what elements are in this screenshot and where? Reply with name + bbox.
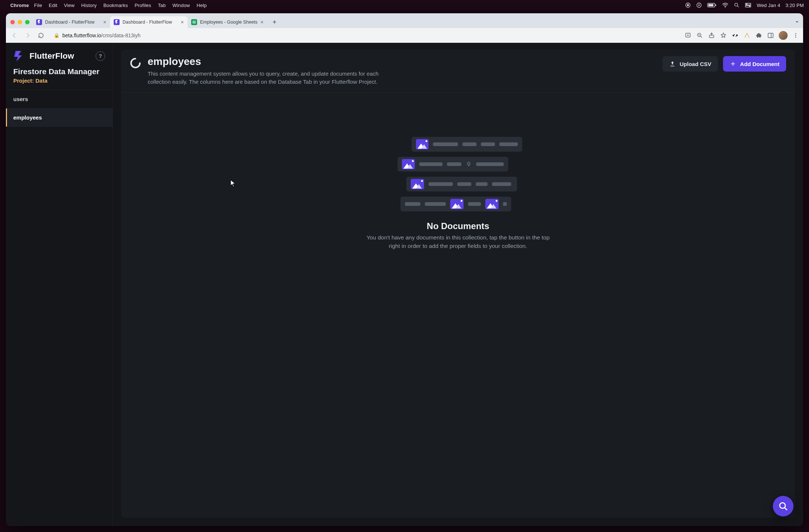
- svg-point-11: [749, 6, 750, 7]
- svg-point-9: [746, 3, 747, 4]
- sidebar: FlutterFlow ? Firestore Data Manager Pro…: [6, 43, 113, 526]
- empty-state-illustration: [403, 137, 513, 211]
- install-app-icon[interactable]: [684, 32, 692, 39]
- illustration-row: [412, 137, 522, 152]
- collection-description: This content management system allows yo…: [148, 70, 384, 86]
- url-host: beta.flutterflow.io: [62, 32, 101, 38]
- tab-close-icon[interactable]: ×: [103, 19, 106, 25]
- lock-icon: 🔒: [54, 33, 59, 38]
- main-panel-wrapper: employees This content management system…: [113, 43, 803, 526]
- add-document-button[interactable]: Add Document: [723, 56, 786, 72]
- zoom-icon[interactable]: [696, 32, 703, 39]
- url-field[interactable]: 🔒 beta.flutterflow.io/cms/data-813iyh: [49, 30, 681, 41]
- spotlight-icon[interactable]: [734, 2, 740, 8]
- svg-point-21: [131, 59, 140, 68]
- browser-tab[interactable]: Employees - Google Sheets ×: [187, 16, 267, 28]
- svg-point-20: [795, 37, 796, 38]
- help-button[interactable]: ?: [96, 51, 105, 61]
- tab-title: Dashboard - FlutterFlow: [45, 20, 94, 25]
- add-document-label: Add Document: [740, 61, 779, 67]
- tab-close-icon[interactable]: ×: [261, 19, 264, 25]
- svg-point-6: [725, 7, 726, 8]
- upload-csv-button[interactable]: Upload CSV: [662, 56, 718, 72]
- address-bar: 🔒 beta.flutterflow.io/cms/data-813iyh: [6, 28, 803, 43]
- sidebar-item-users[interactable]: users: [6, 90, 113, 108]
- menu-view[interactable]: View: [64, 3, 75, 8]
- image-thumb-icon: [450, 199, 464, 209]
- menu-profiles[interactable]: Profiles: [135, 3, 151, 8]
- illustration-row: [400, 197, 511, 211]
- mac-menubar: Chrome File Edit View History Bookmarks …: [0, 0, 809, 10]
- wifi-icon[interactable]: [722, 3, 729, 8]
- image-thumb-icon: [402, 159, 415, 169]
- brand-name: FlutterFlow: [30, 51, 74, 61]
- upload-icon: [669, 61, 676, 67]
- play-circle-icon[interactable]: [696, 2, 702, 8]
- illustration-row: [406, 177, 517, 191]
- empty-state-title: No Documents: [427, 221, 489, 231]
- app-root: FlutterFlow ? Firestore Data Manager Pro…: [6, 43, 803, 526]
- browser-tab[interactable]: Dashboard - FlutterFlow ×: [110, 16, 187, 28]
- flutterflow-logo-icon: [13, 51, 26, 61]
- nav-back-button[interactable]: [10, 31, 19, 40]
- svg-point-19: [795, 35, 796, 36]
- svg-point-1: [687, 4, 689, 6]
- menu-edit[interactable]: Edit: [49, 3, 57, 8]
- tab-favicon-flutterflow-icon: [114, 19, 120, 25]
- menu-file[interactable]: File: [34, 3, 42, 8]
- browser-window: Dashboard - FlutterFlow × Dashboard - Fl…: [6, 13, 803, 526]
- tab-close-icon[interactable]: ×: [181, 19, 184, 25]
- svg-rect-4: [708, 4, 713, 6]
- new-tab-button[interactable]: +: [269, 17, 280, 27]
- tab-favicon-sheets-icon: [191, 19, 197, 25]
- url-path: /cms/data-813iyh: [101, 32, 141, 38]
- menu-window[interactable]: Window: [172, 3, 190, 8]
- menu-help[interactable]: Help: [197, 3, 207, 8]
- image-thumb-icon: [485, 199, 499, 209]
- support-chat-button[interactable]: [773, 496, 793, 517]
- tab-title: Employees - Google Sheets: [200, 20, 258, 25]
- menubar-date[interactable]: Wed Jan 4: [757, 3, 780, 8]
- menu-tab[interactable]: Tab: [158, 3, 166, 8]
- window-close-button[interactable]: [10, 20, 15, 24]
- extensions-puzzle-icon[interactable]: [755, 32, 762, 39]
- sidebar-item-employees[interactable]: employees: [6, 108, 113, 127]
- nav-forward-button[interactable]: [23, 31, 32, 40]
- bookmark-star-icon[interactable]: [720, 32, 727, 39]
- sidebar-item-label: employees: [13, 114, 42, 121]
- image-thumb-icon: [416, 139, 428, 149]
- nav-reload-button[interactable]: [36, 31, 46, 40]
- chrome-menu-icon[interactable]: [792, 32, 799, 39]
- panel-header: employees This content management system…: [121, 49, 795, 92]
- window-zoom-button[interactable]: [25, 20, 30, 24]
- screen-record-icon[interactable]: [685, 2, 691, 8]
- collection-title: employees: [148, 56, 384, 68]
- collection-panel: employees This content management system…: [121, 49, 795, 518]
- profile-avatar[interactable]: [779, 31, 788, 40]
- menu-history[interactable]: History: [81, 3, 97, 8]
- extension-a-icon[interactable]: [743, 32, 751, 39]
- menubar-time[interactable]: 3:20 PM: [785, 3, 804, 8]
- fullscreen-icon[interactable]: [731, 32, 739, 39]
- browser-tab[interactable]: Dashboard - FlutterFlow ×: [32, 16, 110, 28]
- side-panel-icon[interactable]: [767, 32, 774, 39]
- svg-rect-5: [715, 4, 716, 6]
- svg-rect-17: [768, 33, 773, 38]
- empty-state-description: You don't have any documents in this col…: [362, 234, 554, 250]
- tabs-overflow-button[interactable]: ⌄: [795, 17, 799, 24]
- panel-body: No Documents You don't have any document…: [121, 93, 795, 518]
- svg-point-7: [735, 3, 738, 6]
- svg-point-22: [780, 503, 785, 508]
- sidebar-item-label: users: [13, 96, 28, 102]
- plus-icon: [730, 61, 736, 67]
- battery-icon[interactable]: [707, 3, 717, 8]
- tab-title: Dashboard - FlutterFlow: [123, 20, 172, 25]
- control-center-icon[interactable]: [745, 3, 751, 8]
- tab-favicon-flutterflow-icon: [36, 19, 42, 25]
- window-minimize-button[interactable]: [18, 20, 22, 24]
- menu-bookmarks[interactable]: Bookmarks: [103, 3, 128, 8]
- window-controls: [9, 20, 32, 28]
- map-pin-icon: [466, 161, 472, 167]
- share-icon[interactable]: [708, 32, 715, 39]
- menubar-app-name[interactable]: Chrome: [10, 3, 29, 8]
